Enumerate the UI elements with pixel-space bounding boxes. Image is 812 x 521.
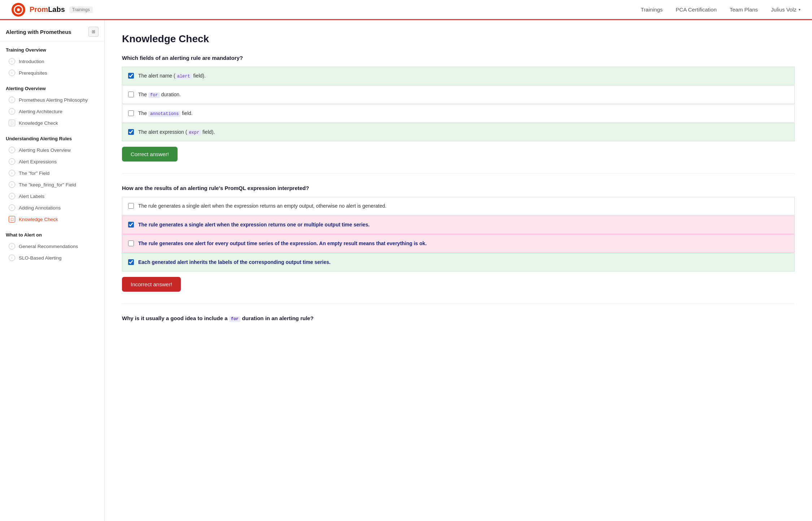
checkbox-q2-2[interactable] bbox=[128, 222, 134, 228]
option-text-before: The bbox=[138, 110, 148, 116]
sidebar-item-introduction[interactable]: ○ Introduction bbox=[6, 56, 99, 67]
sidebar-section-alerting-overview: Alerting Overview ○ Prometheus Alerting … bbox=[0, 80, 104, 130]
sidebar-item-knowledge-check-alerting[interactable]: ☐ Knowledge Check bbox=[6, 117, 99, 129]
circle-icon: ○ bbox=[9, 108, 15, 115]
checkbox-q1-2[interactable] bbox=[128, 92, 134, 97]
option-text-before: The alert name ( bbox=[138, 73, 175, 79]
code-annotations: annotations bbox=[148, 111, 180, 117]
checkbox-q1-3[interactable] bbox=[128, 110, 134, 116]
logo-prom: Prom bbox=[30, 5, 48, 13]
circle-icon: ○ bbox=[9, 243, 15, 250]
sidebar-item-slo-based-alerting[interactable]: ○ SLO-Based Alerting bbox=[6, 252, 99, 264]
sidebar-item-alerting-architecture[interactable]: ○ Alerting Architecture bbox=[6, 106, 99, 117]
checkbox-q2-4[interactable] bbox=[128, 259, 134, 265]
circle-icon: ○ bbox=[9, 70, 15, 76]
option-text-content: The rule generates one alert for every o… bbox=[138, 240, 427, 246]
sidebar-item-keep-firing-for-field[interactable]: ○ The "keep_firing_for" Field bbox=[6, 179, 99, 190]
sidebar-item-label: Knowledge Check bbox=[19, 120, 58, 126]
code-expr: expr bbox=[187, 130, 201, 136]
option-text-q2-2: The rule generates a single alert when t… bbox=[138, 221, 789, 229]
question-1: Which fields of an alerting rule are man… bbox=[122, 55, 795, 162]
question-2: How are the results of an alerting rule'… bbox=[122, 185, 795, 292]
answer-option-q2-1: The rule generates a single alert when t… bbox=[122, 197, 795, 215]
option-text-after: field). bbox=[201, 129, 215, 135]
answer-option-q2-3: The rule generates one alert for every o… bbox=[122, 234, 795, 253]
page-title: Knowledge Check bbox=[122, 33, 795, 45]
option-text-content: The rule generates a single alert when t… bbox=[138, 222, 370, 228]
logo-text: PromLabs bbox=[30, 5, 65, 14]
sidebar-item-prerequisites[interactable]: ○ Prerequisites bbox=[6, 67, 99, 79]
question-divider-1 bbox=[122, 173, 795, 173]
chevron-down-icon: ▾ bbox=[799, 8, 800, 12]
sidebar-section-understanding-alerting-rules: Understanding Alerting Rules ○ Alerting … bbox=[0, 130, 104, 226]
question-2-text: How are the results of an alerting rule'… bbox=[122, 185, 795, 191]
code-for-q3: for bbox=[229, 316, 241, 322]
user-name: Julius Volz bbox=[771, 6, 796, 13]
checkbox-q1-4[interactable] bbox=[128, 129, 134, 135]
option-text-after: field. bbox=[180, 110, 192, 116]
sidebar-item-alert-labels[interactable]: ○ Alert Labels bbox=[6, 190, 99, 202]
header-left: PromLabs Trainings bbox=[12, 3, 93, 17]
option-text-after: duration. bbox=[160, 92, 181, 97]
sidebar-item-for-field[interactable]: ○ The "for" Field bbox=[6, 167, 99, 179]
sidebar-collapse-button[interactable]: ⊞ bbox=[88, 27, 99, 37]
nav-trainings[interactable]: Trainings bbox=[641, 6, 663, 13]
nav-team-plans[interactable]: Team Plans bbox=[730, 6, 758, 13]
circle-icon: ○ bbox=[9, 193, 15, 199]
circle-icon: ○ bbox=[9, 204, 15, 211]
sidebar-item-alerting-rules-overview[interactable]: ○ Alerting Rules Overview bbox=[6, 144, 99, 156]
option-text-q1-3: The annotations field. bbox=[138, 110, 789, 117]
option-text-q2-3: The rule generates one alert for every o… bbox=[138, 240, 789, 247]
sidebar-section-title-what-to-alert-on: What to Alert on bbox=[6, 232, 99, 238]
checkbox-q2-3[interactable] bbox=[128, 240, 134, 246]
option-text-before: The alert expression ( bbox=[138, 129, 187, 135]
nav-pca-certification[interactable]: PCA Certification bbox=[676, 6, 716, 13]
sidebar-section-training-overview: Training Overview ○ Introduction ○ Prere… bbox=[0, 41, 104, 80]
answer-option-q2-2: The rule generates a single alert when t… bbox=[122, 216, 795, 234]
sidebar-section-title-alerting-overview: Alerting Overview bbox=[6, 86, 99, 91]
sidebar-section-title-understanding-alerting-rules: Understanding Alerting Rules bbox=[6, 136, 99, 141]
checkbox-q1-1[interactable] bbox=[128, 73, 134, 79]
code-alert: alert bbox=[175, 74, 192, 79]
sidebar-item-label: General Recommendations bbox=[19, 244, 78, 249]
sidebar-item-label: Introduction bbox=[19, 59, 44, 64]
circle-icon: ○ bbox=[9, 58, 15, 65]
question-divider-2 bbox=[122, 303, 795, 304]
answer-option-q1-1: The alert name (alert field). bbox=[122, 67, 795, 85]
sidebar-section-title-training-overview: Training Overview bbox=[6, 47, 99, 53]
collapse-icon: ⊞ bbox=[92, 29, 95, 34]
sidebar-item-adding-annotations[interactable]: ○ Adding Annotations bbox=[6, 202, 99, 213]
sidebar-item-label: The "for" Field bbox=[19, 171, 49, 176]
header-nav: Trainings PCA Certification Team Plans J… bbox=[641, 6, 800, 13]
question-3: Why is it usually a good idea to include… bbox=[122, 315, 795, 322]
question-1-text: Which fields of an alerting rule are man… bbox=[122, 55, 795, 61]
q3-text-before: Why is it usually a good idea to include… bbox=[122, 315, 229, 321]
sidebar-item-label: Alert Labels bbox=[19, 194, 44, 199]
circle-icon: ○ bbox=[9, 147, 15, 153]
option-text-before: The bbox=[138, 92, 148, 97]
answer-button-q1[interactable]: Correct answer! bbox=[122, 147, 178, 162]
option-text-content: Each generated alert inherits the labels… bbox=[138, 259, 331, 265]
sidebar-item-alert-expressions[interactable]: ○ Alert Expressions bbox=[6, 156, 99, 167]
question-3-text: Why is it usually a good idea to include… bbox=[122, 315, 795, 322]
circle-icon: ○ bbox=[9, 97, 15, 103]
sidebar-item-label: Alert Expressions bbox=[19, 159, 57, 164]
circle-icon: ○ bbox=[9, 170, 15, 176]
sidebar-item-prometheus-alerting-philosophy[interactable]: ○ Prometheus Alerting Philosophy bbox=[6, 94, 99, 106]
option-text-q2-1: The rule generates a single alert when t… bbox=[138, 202, 789, 210]
circle-icon: ○ bbox=[9, 181, 15, 188]
sidebar-title: Alerting with Prometheus bbox=[6, 29, 71, 35]
user-menu[interactable]: Julius Volz ▾ bbox=[771, 6, 800, 13]
sidebar-item-label: Prerequisites bbox=[19, 70, 47, 76]
sidebar: Alerting with Prometheus ⊞ Training Over… bbox=[0, 20, 105, 521]
code-for: for bbox=[148, 92, 160, 98]
sidebar-item-general-recommendations[interactable]: ○ General Recommendations bbox=[6, 240, 99, 252]
checkbox-q2-1[interactable] bbox=[128, 203, 134, 209]
sidebar-item-label: The "keep_firing_for" Field bbox=[19, 182, 76, 187]
answer-option-q1-4: The alert expression (expr field). bbox=[122, 123, 795, 141]
answer-option-q1-3: The annotations field. bbox=[122, 104, 795, 123]
option-text-after: field). bbox=[192, 73, 206, 79]
sidebar-item-knowledge-check-rules[interactable]: ☐ Knowledge Check bbox=[6, 213, 99, 225]
answer-button-q2[interactable]: Incorrect answer! bbox=[122, 277, 181, 292]
answer-option-q1-2: The for duration. bbox=[122, 85, 795, 104]
